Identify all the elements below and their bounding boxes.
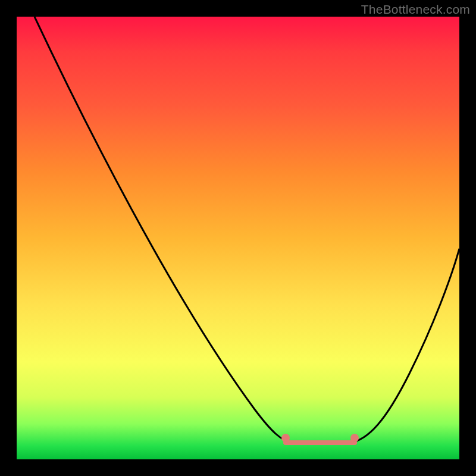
valley-dot-right: [350, 434, 359, 442]
valley-dot-left: [281, 434, 290, 442]
watermark-text: TheBottleneck.com: [361, 2, 470, 17]
chart-frame: TheBottleneck.com: [0, 0, 476, 476]
curve-path: [35, 17, 459, 443]
plot-area: [17, 17, 459, 459]
bottleneck-curve: [17, 17, 459, 459]
